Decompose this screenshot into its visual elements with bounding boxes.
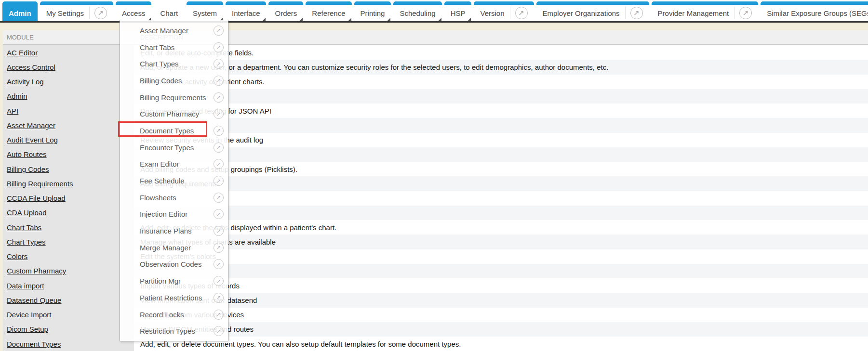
menu-item-label: Fee Schedule bbox=[140, 177, 214, 185]
menu-item-patient-restrictions[interactable]: Patient Restrictions↗ bbox=[120, 289, 228, 306]
menu-item-record-locks[interactable]: Record Locks↗ bbox=[120, 306, 228, 323]
nav-tab-similar-exposure-groups-segs[interactable]: Similar Exposure Groups (SEGs)↗ bbox=[761, 1, 868, 21]
nav-tab-label: Access bbox=[122, 9, 145, 17]
menu-item-asset-manager[interactable]: Asset Manager↗ bbox=[120, 22, 228, 39]
menu-item-chart-types[interactable]: Chart Types↗ bbox=[120, 55, 228, 72]
module-link-billing-requirements[interactable]: Billing Requirements bbox=[7, 180, 73, 188]
nav-tab-interface[interactable]: Interface bbox=[226, 1, 266, 21]
external-link-icon[interactable]: ↗ bbox=[214, 109, 224, 119]
description-cell: Review security events in the audit log bbox=[134, 133, 868, 147]
top-navbar: AdminMy Settings↗AccessChartSystemInterf… bbox=[0, 0, 868, 23]
menu-item-billing-requirements[interactable]: Billing Requirements↗ bbox=[120, 89, 228, 106]
external-link-icon[interactable]: ↗ bbox=[630, 7, 643, 19]
nav-tab-label: Similar Exposure Groups (SEGs) bbox=[767, 9, 868, 17]
external-link-icon[interactable]: ↗ bbox=[739, 7, 752, 19]
external-link-icon[interactable]: ↗ bbox=[214, 293, 224, 303]
description-cell: Edit, or delete auto-complete fields. bbox=[134, 45, 868, 60]
nav-tab-system[interactable]: System bbox=[187, 1, 223, 21]
menu-item-partition-mgr[interactable]: Partition Mgr↗ bbox=[120, 273, 228, 289]
external-link-icon[interactable]: ↗ bbox=[214, 26, 224, 36]
module-link-custom-pharmacy[interactable]: Custom Pharmacy bbox=[7, 267, 66, 275]
external-link-icon[interactable]: ↗ bbox=[214, 92, 224, 103]
module-link-chart-tabs[interactable]: Chart Tabs bbox=[7, 223, 41, 232]
external-link-icon[interactable]: ↗ bbox=[214, 310, 224, 320]
external-link-icon[interactable]: ↗ bbox=[214, 259, 224, 269]
external-link-icon[interactable]: ↗ bbox=[214, 176, 224, 186]
module-link-device-import[interactable]: Device Import bbox=[7, 311, 52, 319]
nav-tab-scheduling[interactable]: Scheduling bbox=[393, 1, 441, 21]
module-link-ac-editor[interactable]: AC Editor bbox=[7, 49, 38, 57]
external-link-icon[interactable]: ↗ bbox=[214, 143, 224, 153]
nav-tab-access[interactable]: Access bbox=[116, 1, 151, 21]
menu-item-insurance-plans[interactable]: Insurance Plans↗ bbox=[120, 222, 228, 239]
menu-item-chart-tabs[interactable]: Chart Tabs↗ bbox=[120, 39, 228, 56]
module-row: Device Import bbox=[3, 308, 134, 322]
menu-item-injection-editor[interactable]: Injection Editor↗ bbox=[120, 206, 228, 223]
module-link-audit-event-log[interactable]: Audit Event Log bbox=[7, 136, 58, 144]
nav-tab-version[interactable]: Version↗ bbox=[474, 1, 534, 21]
menu-item-label: Encounter Types bbox=[140, 143, 214, 152]
description-cell bbox=[134, 206, 868, 220]
description-cell: View information sent over datasend bbox=[134, 293, 868, 307]
nav-tab-provider-management[interactable]: Provider Management↗ bbox=[652, 1, 759, 21]
nav-tab-my-settings[interactable]: My Settings↗ bbox=[40, 1, 113, 21]
external-link-icon[interactable]: ↗ bbox=[214, 42, 224, 52]
menu-item-restriction-types[interactable]: Restriction Types↗ bbox=[120, 323, 228, 339]
module-link-colors[interactable]: Colors bbox=[7, 252, 27, 260]
nav-tab-label: Scheduling bbox=[400, 9, 435, 17]
external-link-icon[interactable]: ↗ bbox=[214, 209, 224, 219]
nav-tab-printing[interactable]: Printing bbox=[354, 1, 391, 21]
menu-item-encounter-types[interactable]: Encounter Types↗ bbox=[120, 139, 228, 156]
module-link-datasend-queue[interactable]: Datasend Queue bbox=[7, 296, 61, 304]
module-link-access-control[interactable]: Access Control bbox=[7, 63, 55, 71]
module-link-dicom-setup[interactable]: Dicom Setup bbox=[7, 325, 48, 333]
module-link-cda-upload[interactable]: CDA Upload bbox=[7, 208, 47, 217]
menu-item-label: Exam Editor bbox=[140, 160, 214, 168]
external-link-icon[interactable]: ↗ bbox=[214, 59, 224, 69]
description-cell: Add, edit, or delete document types. You… bbox=[134, 337, 868, 351]
module-link-api[interactable]: API bbox=[7, 107, 18, 115]
external-link-icon[interactable]: ↗ bbox=[214, 126, 224, 136]
module-row: Admin bbox=[3, 89, 134, 104]
menu-item-flowsheets[interactable]: Flowsheets↗ bbox=[120, 189, 228, 206]
nav-tab-hsp[interactable]: HSP bbox=[444, 1, 472, 21]
menu-item-observation-codes[interactable]: Observation Codes↗ bbox=[120, 256, 228, 273]
nav-tab-admin[interactable]: Admin bbox=[2, 1, 38, 21]
external-link-icon[interactable]: ↗ bbox=[214, 76, 224, 86]
description-cell bbox=[134, 89, 868, 104]
menu-item-custom-pharmacy[interactable]: Custom Pharmacy↗ bbox=[120, 105, 228, 122]
module-link-chart-types[interactable]: Chart Types bbox=[7, 238, 46, 246]
nav-tab-reference[interactable]: Reference bbox=[306, 1, 351, 21]
module-link-activity-log[interactable]: Activity Log bbox=[7, 78, 44, 86]
dropdown-caret-icon bbox=[300, 18, 303, 21]
menu-item-billing-codes[interactable]: Billing Codes↗ bbox=[120, 72, 228, 89]
module-link-billing-codes[interactable]: Billing Codes bbox=[7, 165, 49, 173]
module-link-auto-routes[interactable]: Auto Routes bbox=[7, 150, 47, 158]
nav-tab-label: Printing bbox=[361, 9, 385, 17]
menu-item-exam-editor[interactable]: Exam Editor↗ bbox=[120, 156, 228, 173]
nav-tab-employer-organizations[interactable]: Employer Organizations↗ bbox=[536, 1, 649, 21]
module-link-asset-manager[interactable]: Asset Manager bbox=[7, 121, 55, 130]
module-link-ccda-file-upload[interactable]: CCDA File Upload bbox=[7, 194, 66, 202]
menu-item-merge-manager[interactable]: Merge Manager↗ bbox=[120, 239, 228, 256]
external-link-icon[interactable]: ↗ bbox=[214, 276, 224, 286]
module-link-document-types[interactable]: Document Types bbox=[7, 340, 61, 348]
module-row: Billing Requirements bbox=[3, 176, 134, 191]
module-link-admin[interactable]: Admin bbox=[7, 92, 27, 100]
external-link-icon[interactable]: ↗ bbox=[515, 7, 528, 19]
menu-item-fee-schedule[interactable]: Fee Schedule↗ bbox=[120, 172, 228, 189]
menu-item-label: Insurance Plans bbox=[140, 227, 214, 235]
nav-tab-orders[interactable]: Orders bbox=[268, 1, 303, 21]
module-row: Auto Routes bbox=[3, 147, 134, 162]
external-link-icon[interactable]: ↗ bbox=[214, 226, 224, 236]
external-link-icon[interactable]: ↗ bbox=[94, 7, 107, 19]
external-link-icon[interactable]: ↗ bbox=[214, 243, 224, 253]
external-link-icon[interactable]: ↗ bbox=[214, 193, 224, 203]
description-cell bbox=[134, 191, 868, 206]
external-link-icon[interactable]: ↗ bbox=[214, 159, 224, 169]
menu-item-label: Merge Manager bbox=[140, 244, 214, 252]
external-link-icon[interactable]: ↗ bbox=[214, 326, 224, 336]
module-link-data-import[interactable]: Data import bbox=[7, 282, 44, 290]
nav-tab-chart[interactable]: Chart bbox=[154, 1, 184, 21]
description-cell: Add, or update a new user, or a departme… bbox=[134, 60, 868, 74]
